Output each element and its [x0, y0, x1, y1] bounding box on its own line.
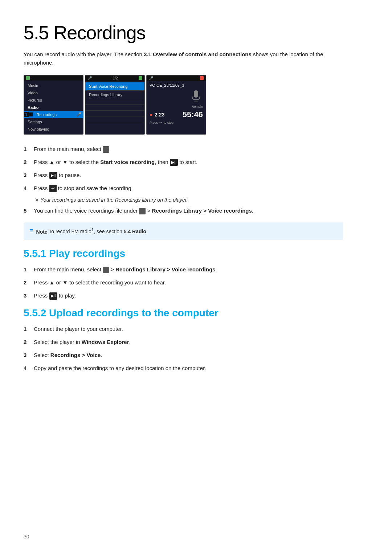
- 551-step-1: 1 From the main menu, select > Recording…: [24, 265, 368, 274]
- screen2-battery-icon: [139, 76, 142, 80]
- screen1-battery-icon: [26, 76, 30, 80]
- stop-icon-step4: ↩: [49, 185, 57, 192]
- screen2-menu: Start Voice Recording Recordings Library: [85, 81, 144, 124]
- rec-menu-empty2: [85, 105, 144, 111]
- step5-content: You can find the voice recordings file u…: [34, 206, 253, 215]
- screen3-battery-icon: [200, 76, 204, 80]
- step2-arrows-down: ▼: [62, 159, 68, 165]
- mic-icon-step1: [103, 146, 109, 153]
- sub-note-arrow: >: [35, 197, 38, 203]
- screen2-topbar: 🎤 1/2: [85, 75, 144, 81]
- mic-icon-step5: [139, 208, 146, 214]
- step1-num: 1: [24, 145, 29, 153]
- rec-menu-library: Recordings Library: [85, 91, 144, 99]
- 552-step1-content: Connect the player to your computer.: [34, 325, 123, 333]
- svg-rect-0: [194, 90, 198, 98]
- voice-filename: VOICE_23/11/07_3: [150, 83, 203, 87]
- 552-step3-num: 3: [24, 351, 29, 360]
- menu-item-now-playing: Now playing: [24, 126, 83, 133]
- intro-bold: 3.1 Overview of controls and connections: [144, 51, 252, 57]
- 552-step3-bold: Recordings > Voice: [50, 352, 101, 358]
- step-3: 3 Press ▶II to pause.: [24, 171, 368, 180]
- 551-step1-bold: Recordings Library > Voice recordings: [115, 266, 215, 272]
- rec-menu-empty3: [85, 111, 144, 116]
- note-label: Note: [36, 229, 48, 234]
- menu-item-recordings: Recordings: [33, 111, 75, 118]
- menu-item-settings: Settings: [24, 118, 83, 126]
- note-text-content: To record FM radio1, see section 5.4 Rad…: [49, 229, 148, 234]
- screen2-page-indicator: 1/2: [113, 76, 118, 80]
- step4-content: Press ↩ to stop and save the recording.: [34, 184, 133, 193]
- press-stop-text: Press ↩ to stop: [150, 121, 203, 124]
- section-552-title: 5.5.2 Upload recordings to the computer: [24, 307, 368, 319]
- play-pause-icon-551: ▶II: [49, 292, 57, 300]
- section-551-title: 5.5.1 Play recordings: [24, 248, 368, 259]
- intro-text-before: You can record audio with the player. Th…: [24, 51, 144, 57]
- step5-bold: Recordings Library > Voice recordings: [152, 208, 252, 214]
- screen3-content: VOICE_23/11/07_3 Remain ● 2:23 55:46: [147, 81, 206, 127]
- menu-item-music: Music: [24, 82, 83, 89]
- 552-step2-content: Select the player in Windows Explorer.: [34, 338, 131, 346]
- device-screenshots-row: Music Video Pictures Radio 1 – Recording…: [24, 75, 368, 135]
- 551-step1-num: 1: [24, 265, 29, 274]
- step5-num: 5: [24, 206, 29, 215]
- step-5: 5 You can find the voice recordings file…: [24, 206, 368, 215]
- 551-step2-content: Press ▲ or ▼ to select the recording you…: [34, 278, 166, 287]
- remain-label: Remain: [192, 105, 203, 108]
- note-text: Note To record FM radio1, see section 5.…: [36, 227, 148, 236]
- 552-step-2: 2 Select the player in Windows Explorer.: [24, 338, 368, 346]
- step2-content: Press ▲ or ▼ to select the Start voice r…: [34, 158, 197, 167]
- 551-step1-content: From the main menu, select > Recordings …: [34, 265, 217, 274]
- step-1: 1 From the main menu, select .: [24, 145, 368, 153]
- section-552: 5.5.2 Upload recordings to the computer …: [24, 307, 368, 373]
- step2-bold: Start voice recording: [100, 159, 155, 165]
- rec-menu-empty4: [85, 116, 144, 122]
- 552-step-1: 1 Connect the player to your computer.: [24, 325, 368, 333]
- 552-step2-num: 2: [24, 338, 29, 346]
- step2-arrows: ▲: [49, 159, 55, 165]
- 552-step-3: 3 Select Recordings > Voice.: [24, 351, 368, 360]
- screen1-menu: Music Video Pictures Radio 1 – Recording…: [24, 81, 83, 134]
- 552-step2-bold: Windows Explorer: [82, 339, 129, 345]
- main-steps-section: 1 From the main menu, select . 2 Press ▲…: [24, 145, 368, 215]
- sub-note: > Your recordings are saved in the Recor…: [35, 197, 368, 203]
- menu-item-pictures: Pictures: [24, 97, 83, 104]
- recording-time-row: ● 2:23 55:46: [150, 110, 203, 119]
- step-4: 4 Press ↩ to stop and save the recording…: [24, 184, 368, 193]
- step3-num: 3: [24, 171, 29, 180]
- step1-content: From the main menu, select .: [34, 145, 111, 153]
- section-551: 5.5.1 Play recordings 1 From the main me…: [24, 248, 368, 300]
- page-title: 5.5 Recordings: [24, 22, 368, 44]
- step4-num: 4: [24, 184, 29, 193]
- step2-num: 2: [24, 158, 29, 167]
- remain-time: 55:46: [183, 110, 203, 119]
- intro-paragraph: You can record audio with the player. Th…: [24, 50, 350, 67]
- screen3-topbar: 🎤: [147, 75, 206, 81]
- rec-menu-empty1: [85, 99, 144, 105]
- step3-content: Press ▶II to pause.: [34, 171, 81, 180]
- menu-item-video: Video: [24, 89, 83, 97]
- elapsed-time: 2:23: [154, 112, 164, 118]
- 551-step-3: 3 Press ▶II to play.: [24, 291, 368, 300]
- 552-step4-content: Copy and paste the recordings to any des…: [34, 364, 206, 373]
- 551-step3-content: Press ▶II to play.: [34, 291, 76, 300]
- screen1-topbar: [24, 75, 83, 81]
- 551-step3-num: 3: [24, 291, 29, 300]
- 551-arrows: ▲: [49, 279, 55, 286]
- play-pause-icon-step2: ▶II: [170, 159, 178, 166]
- 552-step3-content: Select Recordings > Voice.: [34, 351, 102, 360]
- menu-item-radio: Radio: [24, 104, 83, 111]
- 552-step1-num: 1: [24, 325, 29, 333]
- 552-step-4: 4 Copy and paste the recordings to any d…: [24, 364, 368, 373]
- mic-icon-551-1: [103, 267, 109, 273]
- note-section-bold: 5.4 Radio: [124, 229, 146, 234]
- page-number: 30: [24, 534, 29, 539]
- note-icon: ≡: [29, 227, 33, 235]
- recording-dot: ●: [150, 112, 152, 118]
- screen2-recordings-menu: 🎤 1/2 Start Voice Recording Recordings L…: [85, 75, 145, 135]
- microphone-icon: [189, 90, 203, 103]
- 551-step-2: 2 Press ▲ or ▼ to select the recording y…: [24, 278, 368, 287]
- 551-arrows-down: ▼: [62, 279, 68, 286]
- 552-step4-num: 4: [24, 364, 29, 373]
- sub-note-text: Your recordings are saved in the Recordi…: [40, 197, 188, 203]
